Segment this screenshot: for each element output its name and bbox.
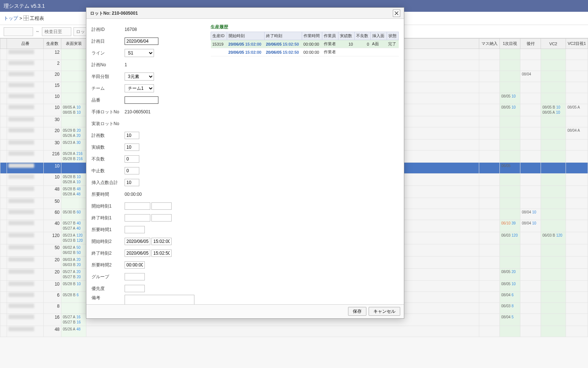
plan-qty-input[interactable] <box>125 132 139 139</box>
cell-process[interactable] <box>566 174 588 186</box>
cell-process[interactable] <box>500 49 520 60</box>
cell-process[interactable] <box>500 71 520 82</box>
cell-process[interactable] <box>479 104 500 116</box>
cell-process[interactable] <box>520 186 541 198</box>
plan-date-input[interactable] <box>125 38 158 45</box>
cell-process[interactable] <box>500 186 520 198</box>
history-row[interactable]: 1531920/06/05 15:02:0020/06/05 15:02:500… <box>211 40 399 48</box>
ng-input[interactable] <box>125 155 139 163</box>
cell-process[interactable] <box>479 326 500 337</box>
cell-process[interactable]: 05/28 B4805/28 A48 <box>61 186 86 198</box>
cell-process[interactable]: 05/27 A2005/27 B20 <box>61 269 86 281</box>
cell-process[interactable]: 05/28 B6 <box>61 292 86 303</box>
cell-process[interactable] <box>61 71 86 82</box>
cell-process[interactable]: 08/05 A1008/05 B10 <box>61 104 86 116</box>
cell-process[interactable] <box>500 209 520 220</box>
cell-process[interactable]: 08/0510 <box>500 104 520 116</box>
cell-process[interactable] <box>86 326 479 337</box>
cell-process[interactable]: 08/04 A <box>566 127 588 139</box>
cell-process[interactable] <box>500 60 520 71</box>
cell-process[interactable] <box>479 232 500 244</box>
ins-input[interactable] <box>125 179 139 186</box>
cell-process[interactable] <box>541 209 566 220</box>
cell-process[interactable] <box>520 198 541 209</box>
cell-process[interactable] <box>541 127 566 139</box>
cell-process[interactable] <box>541 151 566 163</box>
cell-process[interactable] <box>61 60 86 71</box>
cell-process[interactable] <box>479 163 500 174</box>
cell-process[interactable] <box>479 60 500 71</box>
cell-process[interactable] <box>479 71 500 82</box>
cell-process[interactable] <box>541 60 566 71</box>
cell-process[interactable]: 06/03120 <box>500 232 520 244</box>
col-qty[interactable]: 生産数 <box>44 39 61 49</box>
cell-process[interactable] <box>566 256 588 269</box>
cell-process[interactable] <box>566 209 588 220</box>
cell-process[interactable] <box>479 303 500 314</box>
cell-process[interactable] <box>566 93 588 104</box>
cell-process[interactable] <box>541 292 566 303</box>
et1-time-input[interactable] <box>151 214 172 222</box>
cell-process[interactable] <box>500 139 520 151</box>
cell-process[interactable] <box>566 244 588 256</box>
cell-process[interactable]: 08/05 A <box>566 104 588 116</box>
col-surface[interactable]: 表面実装 <box>61 39 86 49</box>
cell-process[interactable] <box>520 281 541 292</box>
cell-process[interactable]: 06/03 B120 <box>541 232 566 244</box>
cell-process[interactable] <box>566 139 588 151</box>
cell-process[interactable] <box>520 256 541 269</box>
cell-process[interactable]: 05/30 B60 <box>61 209 86 220</box>
cell-process[interactable] <box>61 93 86 104</box>
team-select[interactable]: チーム1 <box>125 84 154 92</box>
st2-time-input[interactable] <box>151 238 172 245</box>
cell-process[interactable] <box>520 104 541 116</box>
cell-process[interactable] <box>541 186 566 198</box>
cell-process[interactable]: 05/27 A1605/27 B16 <box>61 314 86 326</box>
cell-process[interactable] <box>566 281 588 292</box>
cell-process[interactable] <box>500 116 520 127</box>
cell-process[interactable] <box>566 269 588 281</box>
cell-process[interactable]: 05/23 A12005/23 B120 <box>61 232 86 244</box>
cancel-button[interactable]: キャンセル <box>369 307 400 316</box>
solder-select[interactable]: 3元素 <box>125 72 154 81</box>
cell-process[interactable] <box>479 82 500 93</box>
cell-process[interactable] <box>566 82 588 93</box>
cell-process[interactable] <box>479 314 500 326</box>
cell-process[interactable] <box>500 151 520 163</box>
cell-process[interactable]: 08/0510 <box>500 281 520 292</box>
et1-date-input[interactable] <box>125 214 150 222</box>
cell-process[interactable] <box>541 256 566 269</box>
cell-process[interactable] <box>479 244 500 256</box>
d1-input[interactable] <box>125 226 145 233</box>
cell-process[interactable] <box>520 326 541 337</box>
cell-process[interactable] <box>500 198 520 209</box>
line-select[interactable]: S1 <box>125 49 154 57</box>
cell-process[interactable] <box>541 326 566 337</box>
cell-process[interactable]: 08/04 <box>520 71 541 82</box>
cell-process[interactable] <box>541 269 566 281</box>
cell-process[interactable] <box>479 174 500 186</box>
col-after[interactable]: 後付 <box>520 39 541 49</box>
cell-process[interactable]: 08/045 <box>500 314 520 326</box>
cell-process[interactable] <box>520 82 541 93</box>
cell-process[interactable] <box>520 127 541 139</box>
cell-process[interactable] <box>566 60 588 71</box>
table-row[interactable]: 4805/26 A48 <box>0 326 588 337</box>
cell-process[interactable] <box>541 116 566 127</box>
cell-process[interactable] <box>479 186 500 198</box>
cell-process[interactable] <box>566 232 588 244</box>
cell-process[interactable] <box>566 314 588 326</box>
cell-process[interactable] <box>541 281 566 292</box>
cell-process[interactable] <box>541 139 566 151</box>
cell-process[interactable] <box>566 326 588 337</box>
cell-process[interactable] <box>520 139 541 151</box>
cell-process[interactable]: 05/26 A48 <box>61 326 86 337</box>
cell-process[interactable]: 05/28 B1005/28 A10 <box>61 174 86 186</box>
col-visual1[interactable]: 1次目視 <box>500 39 520 49</box>
cell-process[interactable] <box>541 198 566 209</box>
cell-process[interactable]: 05/23 A30 <box>61 139 86 151</box>
history-row[interactable]: 20/06/05 15:02:0020/06/05 15:02:5000:00:… <box>211 48 399 56</box>
cell-process[interactable] <box>541 82 566 93</box>
cell-process[interactable] <box>61 163 86 174</box>
col-mass[interactable]: マス納入 <box>479 39 500 49</box>
